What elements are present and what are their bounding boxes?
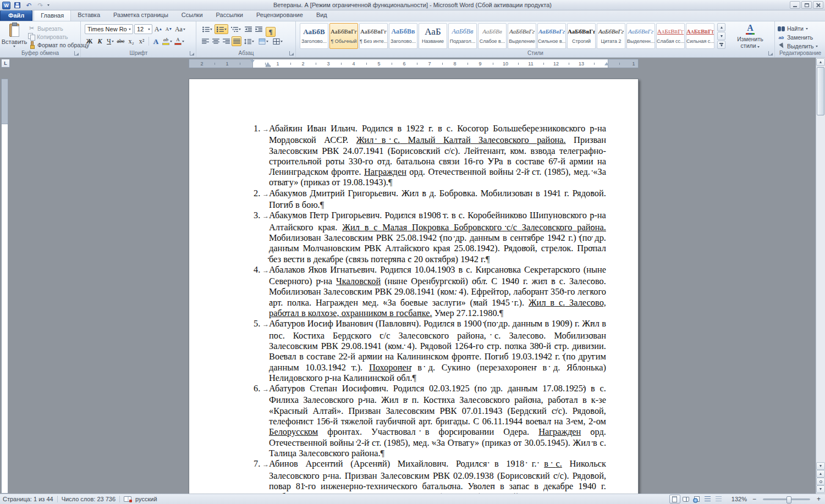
right-indent-marker[interactable] [604,62,609,65]
scroll-up-button[interactable] [816,58,825,66]
vertical-scrollbar[interactable] [816,58,825,494]
style-item[interactable]: АаБбВвГг¶ Обычный [329,23,358,49]
style-item[interactable]: АаБбВвСлабое в... [478,23,507,49]
paste-button[interactable]: Вставить [3,23,26,50]
format-painter-button[interactable]: Формат по образцу [28,41,89,49]
web-layout-view-button[interactable] [691,495,702,503]
font-size-select[interactable]: 12 [134,24,152,34]
decrease-indent-button[interactable] [243,24,253,34]
paragraph[interactable]: 4.→Абалаков Яков Игнатьевич. Родился 10.… [254,264,606,318]
document-page[interactable]: 1.→Абайкин Иван Ильич. Родился в 1922 г.… [189,79,639,494]
font-dialog-launcher[interactable] [190,51,194,56]
zoom-in-button[interactable]: + [815,496,822,502]
align-left-button[interactable] [200,36,210,46]
replace-button[interactable]: abЗаменить [778,34,813,41]
style-item[interactable]: АаБбВвГгСлабая сс... [656,23,685,49]
clipboard-dialog-launcher[interactable] [74,51,79,56]
style-item[interactable]: АаБбВвГгСтрогий [567,23,596,49]
paragraph[interactable]: 5.→Абатуров Иосиф Иванович (Павлович). Р… [254,318,606,383]
minimize-button[interactable] [790,1,800,9]
bullets-button[interactable] [200,24,214,34]
redo-button[interactable]: ↷ [36,1,45,9]
qat-customize-caret[interactable] [47,4,50,6]
maximize-button[interactable] [801,1,812,9]
tab-3[interactable]: Разметка страницы [107,10,175,21]
print-layout-view-button[interactable] [669,495,680,503]
fullscreen-reading-view-button[interactable] [680,495,691,503]
style-item[interactable]: АаБбВвЗаголово... [389,23,417,49]
paragraph[interactable]: 7.→Абинов Арсентий (Арсений) Михайлович.… [254,458,606,494]
align-right-button[interactable] [221,36,231,46]
highlight-color-button[interactable]: ab [162,36,173,46]
draft-view-button[interactable] [713,495,724,503]
tab-7[interactable]: Вид [310,10,334,21]
styles-dialog-launcher[interactable] [768,51,773,56]
font-name-select[interactable]: Times New Ro [85,24,133,34]
shading-button[interactable] [256,36,270,46]
copy-button[interactable]: Копировать [28,32,89,41]
tab-4[interactable]: Ссылки [175,10,210,21]
show-formatting-marks-button[interactable]: ¶ [266,27,276,37]
previous-page-button[interactable] [816,470,825,478]
page-indicator[interactable]: Страница: 1 из 44 [3,496,53,502]
tab-selector[interactable]: L [1,59,10,68]
zoom-level[interactable]: 132% [732,496,747,502]
find-button[interactable]: Найти [778,25,808,32]
paragraph-dialog-launcher[interactable] [289,51,294,56]
paragraph[interactable]: 3.→Абакумов Петр Григорьевич. Родился в1… [254,210,606,264]
paragraph[interactable]: 6.→Абатуров Степан Иосифович. Родился 02… [254,383,606,458]
tab-1[interactable]: Главная [34,10,71,21]
undo-button[interactable]: ↶ [24,1,34,9]
scrollbar-thumb[interactable] [817,67,824,115]
increase-indent-button[interactable] [254,24,263,34]
save-button[interactable] [13,1,22,9]
tab-0[interactable]: Файл [0,10,32,21]
style-item[interactable]: АаБбВвГг¶ Без инте... [359,23,388,49]
select-button[interactable]: Выделить [778,43,818,49]
strikethrough-button[interactable]: abc [116,36,125,46]
tab-6[interactable]: Рецензирование [250,10,310,21]
scroll-down-button[interactable] [816,462,825,470]
style-item[interactable]: АаБбВЗаголово... [300,23,328,49]
zoom-out-button[interactable]: − [751,496,758,502]
tab-2[interactable]: Вставка [71,10,107,21]
style-item[interactable]: АаБбВвГгВыделенн... [626,23,655,49]
grow-font-button[interactable]: А [153,24,163,34]
justify-button[interactable] [232,36,241,46]
style-item[interactable]: АаБбВвПодзагол... [448,23,477,49]
paragraph[interactable]: 1.→Абайкин Иван Ильич. Родился в 1922 г.… [254,123,606,188]
tab-5[interactable]: Рассылки [210,10,250,21]
horizontal-ruler[interactable]: 12345678910111213121 [189,59,639,68]
first-line-indent-marker[interactable] [250,60,255,63]
word-count[interactable]: Число слов: 23 736 [62,496,116,502]
style-item[interactable]: АаБНазвание [419,23,447,49]
paragraph[interactable]: 2.→Абакумов Дмитрий Григорьевич. Жил в д… [254,188,606,211]
word-app-icon[interactable]: W [2,2,10,9]
style-item[interactable]: АаБбВвГгЦитата 2 [597,23,625,49]
next-page-button[interactable] [816,485,825,493]
proofing-status-icon[interactable] [124,496,131,502]
superscript-button[interactable]: x² [137,36,146,46]
line-spacing-button[interactable] [242,36,256,46]
shrink-font-button[interactable]: А [164,24,173,34]
style-item[interactable]: АаБбВвГгСильное в... [537,23,566,49]
bold-button[interactable]: Ж [85,36,94,46]
left-indent-marker[interactable] [266,65,271,67]
select-browse-object-button[interactable] [816,478,825,485]
text-effects-button[interactable]: А [151,36,161,46]
language-indicator[interactable]: русский [135,496,157,502]
styles-more-button[interactable] [717,41,725,49]
align-center-button[interactable] [211,36,221,46]
outline-view-button[interactable] [702,495,713,503]
subscript-button[interactable]: x₂ [127,36,136,46]
close-button[interactable] [813,1,823,9]
cut-button[interactable]: ✂Вырезать [28,24,89,32]
italic-button[interactable]: К [95,36,105,46]
change-case-button[interactable]: Аа [174,24,186,34]
numbering-button[interactable] [215,24,228,34]
zoom-slider-thumb[interactable] [787,496,791,503]
underline-button[interactable]: Ч [106,36,115,46]
zoom-slider[interactable] [763,499,810,500]
multilevel-list-button[interactable] [229,24,243,34]
font-color-button[interactable]: А [174,36,185,46]
